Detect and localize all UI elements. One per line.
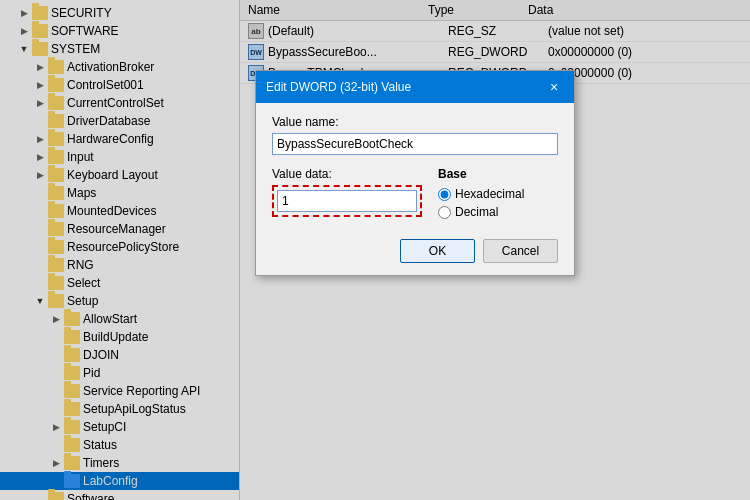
value-data-left: Value data: — [272, 167, 422, 223]
radio-decimal-input[interactable] — [438, 206, 451, 219]
value-data-section: Value data: Base Hexadecimal Decimal — [272, 167, 558, 223]
value-data-dashed-box — [272, 185, 422, 217]
edit-dword-dialog: Edit DWORD (32-bit) Value × Value name: … — [255, 70, 575, 276]
dialog-title: Edit DWORD (32-bit) Value — [266, 80, 411, 94]
dialog-buttons: OK Cancel — [272, 235, 558, 263]
value-data-input[interactable] — [277, 190, 417, 212]
value-data-label: Value data: — [272, 167, 422, 181]
cancel-button[interactable]: Cancel — [483, 239, 558, 263]
ok-button[interactable]: OK — [400, 239, 475, 263]
radio-hexadecimal[interactable]: Hexadecimal — [438, 187, 558, 201]
value-name-input[interactable] — [272, 133, 558, 155]
dialog-titlebar: Edit DWORD (32-bit) Value × — [256, 71, 574, 103]
radio-decimal-label: Decimal — [455, 205, 498, 219]
radio-decimal[interactable]: Decimal — [438, 205, 558, 219]
base-section: Base Hexadecimal Decimal — [438, 167, 558, 223]
dialog-body: Value name: Value data: Base Hexadecimal… — [256, 103, 574, 275]
base-label: Base — [438, 167, 558, 181]
value-name-label: Value name: — [272, 115, 558, 129]
dialog-close-button[interactable]: × — [544, 77, 564, 97]
radio-hexadecimal-label: Hexadecimal — [455, 187, 524, 201]
radio-hexadecimal-input[interactable] — [438, 188, 451, 201]
